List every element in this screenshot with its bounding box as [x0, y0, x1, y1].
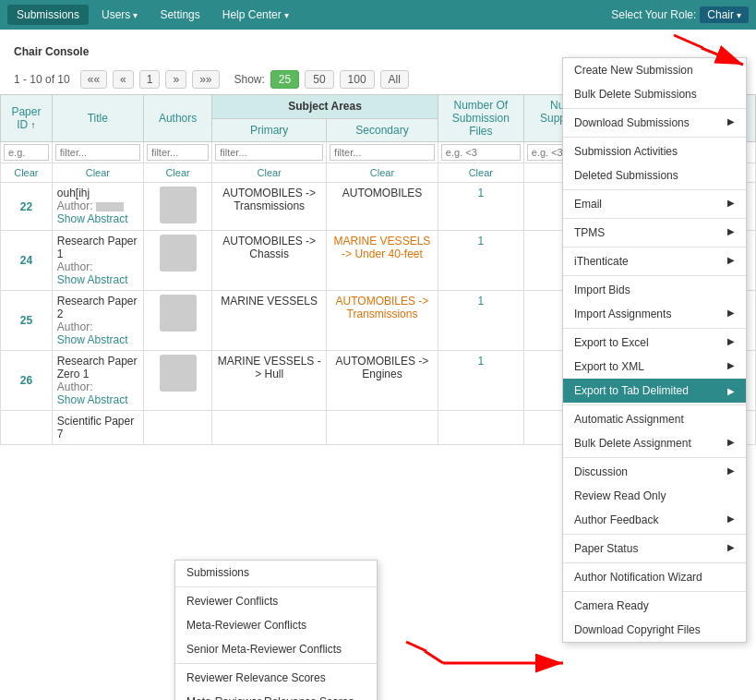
nav-submissions[interactable]: Submissions	[7, 5, 89, 25]
menu-automatic-assignment[interactable]: Automatic Assignment	[563, 407, 746, 431]
secondary-22: AUTOMOBILES	[327, 183, 438, 231]
divider	[563, 247, 746, 247]
menu-export-excel[interactable]: Export to Excel▶	[563, 331, 746, 355]
show-abstract-22[interactable]: Show Abstract	[57, 212, 138, 225]
clear-primary[interactable]: Clear	[217, 167, 321, 178]
divider	[563, 328, 746, 329]
nav-help-center[interactable]: Help Center ▾	[213, 5, 298, 25]
divider	[563, 404, 746, 405]
secondary-25: AUTOMOBILES -> Transmissions	[327, 291, 438, 351]
primary-24: AUTOMOBILES -> Chassis	[212, 231, 327, 291]
clear-authors[interactable]: Clear	[149, 167, 207, 178]
chevron-down-icon: ▾	[133, 10, 138, 20]
show-abstract-24[interactable]: Show Abstract	[57, 273, 138, 286]
menu-email[interactable]: Email▶	[563, 192, 746, 216]
paper-id-26: 26	[1, 351, 53, 411]
filter-num-submission[interactable]	[441, 144, 521, 161]
col-title[interactable]: Title	[52, 95, 143, 142]
clear-title[interactable]: Clear	[57, 167, 138, 178]
show-abstract-26[interactable]: Show Abstract	[57, 393, 138, 406]
title-22: ouh[ihj Author: Show Abstract	[52, 183, 143, 231]
show-label: Show:	[234, 73, 265, 86]
last-page-button[interactable]: »»	[192, 70, 219, 89]
col-paper-id[interactable]: Paper ID ↑	[1, 95, 53, 142]
filter-paper-id[interactable]	[4, 144, 49, 161]
arrow-icon: ▶	[727, 360, 735, 373]
filter-primary[interactable]	[215, 144, 323, 161]
col-authors[interactable]: Authors	[143, 95, 211, 142]
nav-chair[interactable]: Chair ▾	[700, 6, 749, 23]
menu-export-tab-delimited[interactable]: Export to Tab Delimited▶	[563, 379, 746, 403]
show-abstract-25[interactable]: Show Abstract	[57, 333, 138, 346]
authors-26	[143, 351, 211, 411]
filter-secondary[interactable]	[330, 144, 435, 161]
current-page-button[interactable]: 1	[139, 70, 161, 89]
arrow-icon: ▶	[727, 226, 735, 239]
top-navigation: Submissions Users ▾ Settings Help Center…	[0, 0, 756, 30]
col-secondary[interactable]: Secondary	[327, 118, 438, 142]
menu-tpms[interactable]: TPMS▶	[563, 221, 746, 245]
title-26: Research Paper Zero 1 Author: Show Abstr…	[52, 351, 143, 411]
num-submission-sci	[438, 411, 523, 445]
menu-import-bids[interactable]: Import Bids	[563, 278, 746, 302]
menu-download-submissions[interactable]: Download Submissions▶	[563, 111, 746, 135]
primary-26: MARINE VESSELS -> Hull	[212, 351, 327, 411]
menu-submission-activities[interactable]: Submission Activities	[563, 139, 746, 163]
divider	[563, 218, 746, 219]
col-primary[interactable]: Primary	[212, 118, 327, 142]
show-25-button[interactable]: 25	[270, 70, 299, 89]
secondary-sci	[327, 411, 438, 445]
arrow-icon: ▶	[727, 437, 735, 445]
clear-secondary[interactable]: Clear	[331, 167, 433, 178]
divider	[563, 189, 746, 190]
menu-bulk-delete-assignment[interactable]: Bulk Delete Assignment▶	[563, 431, 746, 445]
show-50-button[interactable]: 50	[305, 70, 333, 89]
primary-sci	[212, 411, 327, 445]
filter-title[interactable]	[55, 144, 140, 161]
show-all-button[interactable]: All	[380, 70, 409, 89]
secondary-24: MARINE VESSELS -> Under 40-feet	[327, 231, 438, 291]
num-submission-26[interactable]: 1	[438, 351, 523, 411]
arrow-icon: ▶	[727, 198, 735, 211]
arrow-icon: ▶	[727, 336, 735, 349]
arrow-icon: ▶	[727, 116, 735, 129]
num-submission-24[interactable]: 1	[438, 231, 523, 291]
clear-num-submission[interactable]: Clear	[443, 167, 519, 178]
chevron-down-icon: ▾	[284, 10, 289, 20]
primary-25: MARINE VESSELS	[212, 291, 327, 351]
menu-deleted-submissions[interactable]: Deleted Submissions	[563, 163, 746, 187]
menu-bulk-delete-submissions[interactable]: Bulk Delete Submissions	[563, 82, 746, 106]
col-num-submission-files[interactable]: Number Of Submission Files	[438, 95, 523, 142]
divider	[563, 275, 746, 276]
divider	[563, 137, 746, 138]
show-100-button[interactable]: 100	[340, 70, 375, 89]
divider	[563, 108, 746, 109]
arrow-icon: ▶	[727, 255, 735, 268]
chevron-down-icon: ▾	[737, 10, 741, 20]
col-subject-areas: Subject Areas	[212, 95, 438, 119]
first-page-button[interactable]: ««	[80, 70, 107, 89]
title-25: Research Paper 2 Author: Show Abstract	[52, 291, 143, 351]
nav-settings[interactable]: Settings	[150, 5, 209, 25]
menu-ithenticate[interactable]: iThenticate▶	[563, 249, 746, 273]
authors-22	[143, 183, 211, 231]
num-submission-22[interactable]: 1	[438, 183, 523, 231]
nav-users[interactable]: Users ▾	[92, 5, 147, 25]
authors-24	[143, 231, 211, 291]
menu-create-new-submission[interactable]: Create New Submission	[563, 58, 746, 82]
primary-22: AUTOMOBILES -> Transmissions	[212, 183, 327, 231]
menu-import-assignments[interactable]: Import Assignments▶	[563, 302, 746, 326]
next-page-button[interactable]: »	[165, 70, 186, 89]
arrow-icon: ▶	[727, 386, 735, 396]
menu-export-xml[interactable]: Export to XML▶	[563, 355, 746, 379]
paper-id-22: 22	[1, 183, 53, 231]
filter-authors[interactable]	[147, 144, 209, 161]
paper-id-24: 24	[1, 231, 53, 291]
clear-paper-id[interactable]: Clear	[6, 167, 47, 178]
nav-role-selector: Select Your Role: Chair ▾	[611, 6, 749, 23]
authors-sci	[143, 411, 211, 445]
num-submission-25[interactable]: 1	[438, 291, 523, 351]
paper-id-25: 25	[1, 291, 53, 351]
title-24: Research Paper 1 Author: Show Abstract	[52, 231, 143, 291]
prev-page-button[interactable]: «	[113, 70, 134, 89]
